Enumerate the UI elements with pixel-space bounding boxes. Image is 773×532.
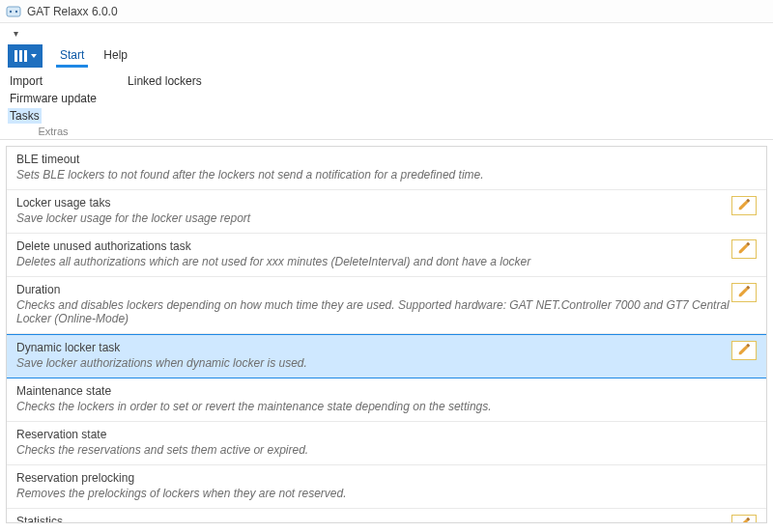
task-description: Checks the reservations and sets them ac… [16,443,757,457]
task-description: Save locker authorizations when dynamic … [16,356,757,370]
quick-access-toolbar: ▾ [0,23,773,42]
ribbon-item-firmware-update[interactable]: Firmware update [8,91,99,106]
task-title: Statistics [16,515,757,523]
edit-button[interactable] [731,283,757,302]
task-row[interactable]: Dynamic locker taskSave locker authoriza… [7,334,766,378]
ribbon-group-linked-lockers: Linked lockers [126,73,204,137]
task-row[interactable]: StatisticsCollects data for the locker u… [7,509,766,523]
ribbon-group-extras: Import Firmware update Tasks Extras [8,73,99,137]
task-title: Locker usage taks [16,196,757,210]
app-icon [6,4,21,19]
pencil-icon [737,198,751,214]
task-description: Checks and disables lockers depending on… [16,298,757,325]
edit-button[interactable] [731,515,757,523]
list-icon [14,50,27,62]
ribbon-group-area: Import Firmware update Tasks Extras Link… [0,70,773,140]
tab-start[interactable]: Start [50,44,94,68]
pencil-icon [737,285,751,301]
task-description: Removes the prelockings of lockers when … [16,487,757,500]
task-row[interactable]: BLE timeoutSets BLE lockers to not found… [7,147,766,190]
edit-button[interactable] [731,341,757,360]
task-row[interactable]: Reservation prelockingRemoves the preloc… [7,465,766,509]
task-row[interactable]: Maintenance stateChecks the lockers in o… [7,378,766,422]
edit-button[interactable] [731,239,757,259]
task-list: BLE timeoutSets BLE lockers to not found… [6,146,767,523]
pencil-icon [737,343,751,359]
ribbon-item-tasks[interactable]: Tasks [8,108,42,124]
task-row[interactable]: DurationChecks and disables lockers depe… [7,277,766,334]
task-row[interactable]: Delete unused authorizations taskDeletes… [7,234,766,277]
ribbon-group-label: Extras [38,126,68,137]
task-title: Delete unused authorizations task [16,239,757,253]
task-title: Dynamic locker task [16,341,757,354]
task-row[interactable]: Locker usage taksSave locker usage for t… [7,190,766,234]
task-row[interactable]: Reservation stateChecks the reservations… [7,422,766,465]
task-description: Checks the lockers in order to set or re… [16,400,757,413]
task-description: Save locker usage for the locker usage r… [16,211,757,225]
pencil-icon [737,241,751,258]
tab-help[interactable]: Help [94,44,137,68]
ribbon-tabs: Start Help [0,42,773,70]
task-title: BLE timeout [16,153,757,166]
ribbon-item-import[interactable]: Import [8,73,44,89]
edit-button[interactable] [731,196,757,215]
ribbon-item-linked-lockers[interactable]: Linked lockers [126,73,204,89]
svg-point-2 [15,10,17,12]
qat-dropdown-icon[interactable]: ▾ [14,28,18,39]
task-description: Deletes all authorizations which are not… [16,255,757,268]
svg-rect-0 [7,7,20,16]
task-title: Maintenance state [16,384,757,398]
window-title: GAT Relaxx 6.0.0 [27,5,118,18]
task-title: Reservation prelocking [16,471,757,485]
task-title: Reservation state [16,428,757,441]
titlebar: GAT Relaxx 6.0.0 [0,0,773,23]
pencil-icon [737,517,751,524]
task-title: Duration [16,283,757,296]
task-description: Sets BLE lockers to not found after the … [16,168,757,182]
file-menu-button[interactable] [8,44,43,68]
svg-point-1 [10,10,12,12]
chevron-down-icon [31,54,37,58]
